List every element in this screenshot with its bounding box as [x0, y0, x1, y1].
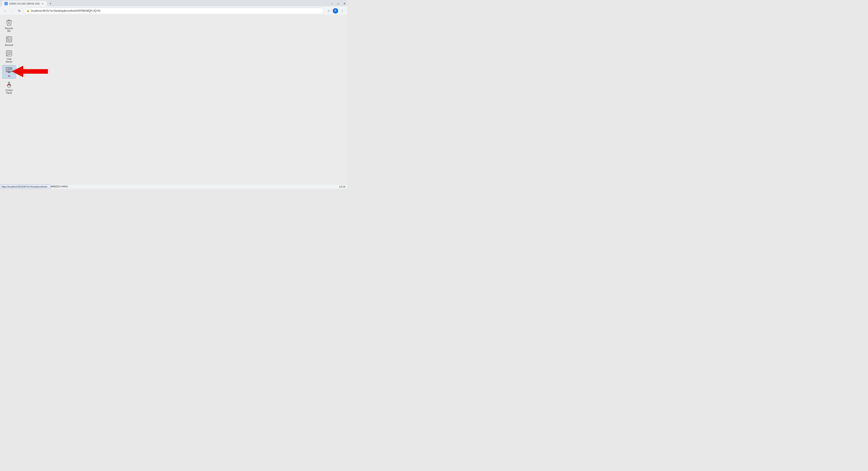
bookmark-button[interactable]: ☆	[326, 8, 332, 14]
ai-label: AI	[8, 75, 10, 77]
chat-server-label: Chat Server	[3, 58, 15, 63]
svg-rect-20	[8, 84, 10, 86]
control-panel-image	[5, 81, 13, 89]
ai-icon[interactable]: AI	[2, 65, 16, 78]
svg-rect-2	[7, 40, 9, 41]
browser-frame: O OZEKI 10 (192.168.93.110) ✕ + ─ □ ✕ ← …	[0, 0, 347, 189]
svg-point-9	[7, 55, 8, 56]
forward-button[interactable]: →	[9, 8, 16, 14]
close-button[interactable]: ✕	[342, 1, 347, 6]
account-label: Account	[5, 44, 13, 46]
tab-title: OZEKI 10 (192.168.93.110)	[9, 2, 39, 5]
security-lock-icon: 🔒	[26, 9, 30, 12]
clock-display: 13:16	[339, 185, 345, 188]
account-image	[5, 35, 13, 43]
reload-button[interactable]: ↻	[16, 8, 23, 14]
svg-line-24	[9, 87, 10, 88]
svg-point-4	[7, 38, 8, 39]
profile-button[interactable]: P	[333, 8, 338, 13]
back-button[interactable]: ←	[2, 8, 8, 14]
maximize-button[interactable]: □	[336, 1, 341, 6]
status-bar: https://localhost:9515/AI/?a=Home&ncrefr…	[0, 184, 347, 189]
chat-server-icon[interactable]: Chat Server	[2, 49, 16, 64]
loading-popup: https://localhost:9515/AI/?a=Home&ncrefr…	[0, 185, 51, 189]
account-icon[interactable]: Account	[2, 34, 16, 48]
address-bar[interactable]: 🔒 localhost:9515/?a=Desktop&ncrefreshSPP…	[24, 8, 324, 14]
recycle-bin-icon[interactable]: Recycle Bin	[2, 18, 16, 33]
browser-tab[interactable]: O OZEKI 10 (192.168.93.110) ✕	[2, 1, 47, 6]
content-area: Recycle Bin Account	[0, 15, 347, 184]
desktop: Recycle Bin Account	[0, 15, 347, 184]
settings-button[interactable]: ⋮	[339, 8, 345, 14]
svg-rect-3	[9, 40, 11, 41]
status-right: 13:16	[339, 185, 345, 188]
minimize-button[interactable]: ─	[329, 1, 335, 6]
loading-url-text: https://localhost:9515/AI/?a=Home&ncrefr…	[2, 186, 49, 188]
url-text: localhost:9515/?a=Desktop&ncrefreshSPPBK…	[31, 9, 100, 12]
svg-rect-6	[7, 52, 11, 53]
svg-point-19	[8, 82, 10, 84]
chat-server-image	[5, 49, 13, 57]
svg-line-23	[8, 87, 8, 88]
nav-bar: ← → ↻ 🔒 localhost:9515/?a=Desktop&ncrefr…	[0, 6, 347, 15]
recycle-bin-label: Recycle Bin	[3, 27, 15, 33]
tab-favicon: O	[4, 2, 8, 5]
control-panel-label: Control Panel	[5, 89, 13, 94]
svg-rect-7	[7, 53, 11, 54]
ai-image	[5, 66, 13, 74]
svg-rect-18	[8, 72, 10, 72]
new-tab-button[interactable]: +	[48, 1, 53, 6]
tab-close-button[interactable]: ✕	[41, 2, 44, 5]
nav-right-controls: ☆ P ⋮	[326, 8, 345, 14]
window-controls: ─ □ ✕	[329, 1, 347, 6]
control-panel-icon[interactable]: Control Panel	[2, 80, 16, 95]
recycle-bin-image	[5, 19, 13, 27]
